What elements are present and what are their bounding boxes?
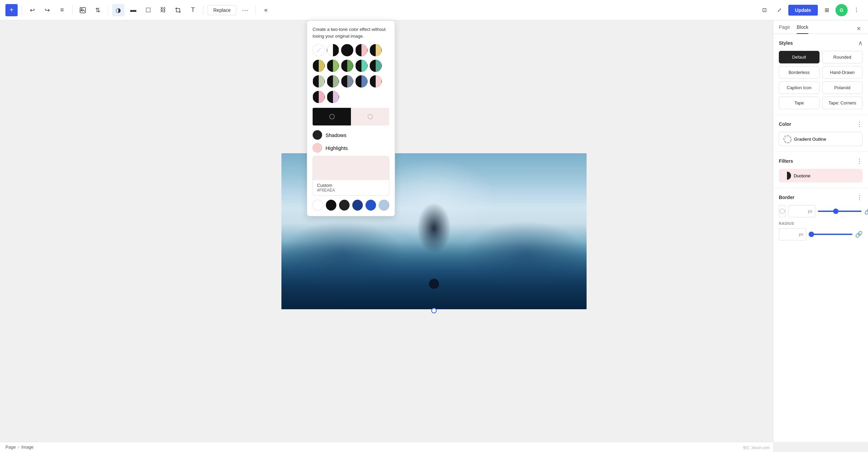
svg-rect-0	[80, 7, 85, 13]
crop-button[interactable]	[172, 4, 184, 16]
radius-unit-label: px	[799, 232, 803, 237]
divider-1	[22, 5, 22, 15]
bottom-swatch-darkblue[interactable]	[352, 200, 363, 211]
style-default[interactable]: Default	[779, 51, 820, 63]
styles-toggle[interactable]: ∧	[858, 39, 863, 47]
border-slider[interactable]	[818, 211, 862, 212]
border-link-icon[interactable]: 🔗	[864, 208, 868, 215]
divider-4	[203, 5, 203, 15]
highlights-color[interactable]	[313, 143, 322, 153]
bottom-swatch-black[interactable]	[326, 200, 336, 211]
text-button[interactable]: T	[187, 4, 199, 16]
radius-slider[interactable]	[809, 234, 852, 235]
page-tab[interactable]: Page	[779, 24, 790, 34]
align-button[interactable]: ▬	[127, 4, 139, 16]
custom-hex: #F6EAEA	[317, 188, 385, 193]
color-swatch-grid-1	[313, 44, 389, 56]
redo-button[interactable]: ↪	[41, 4, 53, 16]
view-button[interactable]: ⊡	[758, 4, 771, 16]
swatch-gray-dark[interactable]	[341, 75, 353, 87]
link-button[interactable]: ⛓	[157, 4, 169, 16]
swatch-none[interactable]	[313, 44, 325, 56]
swatch-green-dark[interactable]	[341, 60, 353, 72]
svg-point-1	[81, 8, 82, 10]
more-options-button[interactable]: ⋯	[239, 4, 251, 16]
more2-button[interactable]: ⋮	[850, 4, 863, 16]
collapse-button[interactable]: «	[260, 4, 272, 16]
breadcrumb: Page › Image	[0, 442, 773, 452]
bottom-swatch-lightblue[interactable]	[379, 200, 389, 211]
swatch-sage-dark[interactable]	[313, 75, 325, 87]
shadows-color[interactable]	[313, 130, 322, 140]
block-tab[interactable]: Block	[797, 24, 808, 34]
border-style-button[interactable]	[779, 205, 786, 217]
add-button[interactable]: +	[5, 4, 18, 16]
drag-handle[interactable]	[431, 308, 437, 313]
highlights-dot	[368, 114, 373, 119]
custom-color-box[interactable]: Custom #F6EAEA	[313, 156, 389, 196]
image-button[interactable]	[77, 4, 89, 16]
filters-header: Filters ⋮	[779, 157, 863, 165]
color-header: Color ⋮	[779, 120, 863, 128]
style-tape-corners[interactable]: Tape: Corners	[822, 97, 863, 109]
main-toolbar: + ↩ ↪ ≡ ⇅ ◑ ▬ ☐ ⛓ T Replace ⋯ « ⊡ ⤢ Upda…	[0, 0, 868, 20]
swatch-black[interactable]	[341, 44, 353, 56]
radius-label: RADIUS	[779, 221, 863, 225]
external-button[interactable]: ⤢	[773, 4, 786, 16]
filters-dots-button[interactable]: ⋮	[856, 157, 863, 165]
style-rounded[interactable]: Rounded	[822, 51, 863, 63]
user-avatar[interactable]: G	[835, 4, 848, 16]
swatch-sage2-dark[interactable]	[327, 75, 339, 87]
svg-point-3	[785, 136, 791, 143]
gradient-outline-label: Gradient Outline	[794, 137, 826, 142]
toolbar-right: ⊡ ⤢ Update ⊞ G ⋮	[758, 4, 863, 16]
swatch-bw[interactable]	[327, 44, 339, 56]
breadcrumb-page[interactable]: Page	[5, 445, 16, 450]
square-button[interactable]: ☐	[142, 4, 154, 16]
swatch-lavender-dark[interactable]	[327, 91, 339, 103]
swatch-lime-dark[interactable]	[327, 60, 339, 72]
update-button[interactable]: Update	[788, 5, 818, 16]
swatch-pink-dark[interactable]	[355, 44, 368, 56]
color-swatch-grid-2	[313, 60, 389, 72]
replace-button[interactable]: Replace	[208, 5, 236, 15]
swatch-pink2-dark[interactable]	[313, 91, 325, 103]
border-dots-button[interactable]: ⋮	[856, 194, 863, 201]
style-polaroid[interactable]: Polaroid	[822, 81, 863, 94]
breadcrumb-sep: ›	[18, 445, 19, 450]
style-hand-drawn[interactable]: Hand-Drawn	[822, 66, 863, 79]
swatch-rose-dark[interactable]	[370, 75, 382, 87]
svg-point-4	[780, 209, 785, 214]
layout-button[interactable]: ⊞	[821, 4, 833, 16]
circle-half-button[interactable]: ◑	[112, 4, 124, 16]
swatch-teal-dark[interactable]	[355, 60, 368, 72]
custom-color-swatch[interactable]	[313, 156, 389, 180]
swatch-yellow-dark[interactable]	[370, 44, 382, 56]
style-caption-icon[interactable]: Caption Icon	[779, 81, 820, 94]
bottom-swatch-blue[interactable]	[366, 200, 376, 211]
style-tape[interactable]: Tape	[779, 97, 820, 109]
bottom-swatch-white[interactable]	[313, 200, 323, 211]
swatch-gold-dark[interactable]	[313, 60, 325, 72]
color-swatch-grid-4	[313, 91, 389, 103]
bottom-swatch-darkgray[interactable]	[339, 200, 350, 211]
duotone-popup: Create a two-tone color effect without l…	[307, 20, 395, 216]
duotone-filter-button[interactable]: Duotone	[779, 169, 863, 182]
panel-close-button[interactable]: ✕	[854, 24, 863, 33]
undo-button[interactable]: ↩	[26, 4, 38, 16]
arrows-button[interactable]: ⇅	[92, 4, 104, 16]
style-borderless[interactable]: Borderless	[779, 66, 820, 79]
color-dots-button[interactable]: ⋮	[856, 120, 863, 128]
list-button[interactable]: ≡	[56, 4, 68, 16]
styles-grid: Default Rounded Borderless Hand-Drawn Ca…	[779, 51, 863, 109]
bottom-swatches	[313, 200, 389, 211]
gradient-outline-button[interactable]: Gradient Outline	[779, 132, 863, 146]
swatch-blue-dark[interactable]	[355, 75, 368, 87]
breadcrumb-image[interactable]: Image	[21, 445, 34, 450]
styles-header: Styles ∧	[779, 39, 863, 47]
svg-line-2	[317, 48, 321, 52]
canvas-area	[0, 20, 868, 442]
radius-link-icon[interactable]: 🔗	[855, 231, 863, 238]
filters-title: Filters	[779, 158, 793, 164]
swatch-teal2-dark[interactable]	[370, 60, 382, 72]
